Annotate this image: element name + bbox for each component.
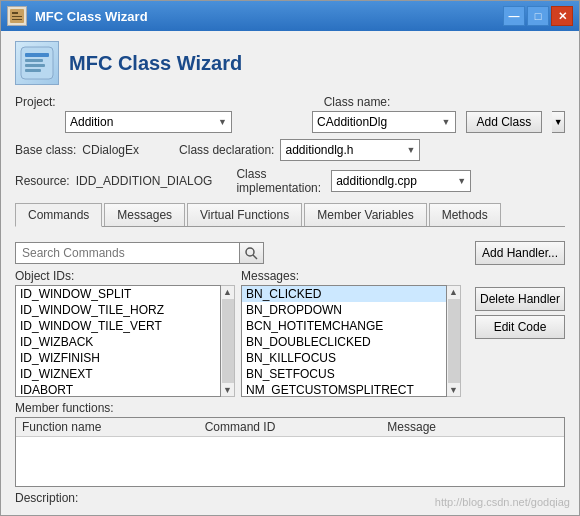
classname-group: Class name: — [324, 95, 391, 109]
class-decl-label: Class declaration: — [179, 143, 274, 157]
base-class-label: Base class: — [15, 143, 76, 157]
member-functions-section: Member functions: Function name Command … — [15, 401, 565, 487]
svg-rect-5 — [25, 53, 49, 57]
header-row: MFC Class Wizard — [15, 41, 565, 85]
wizard-icon — [15, 41, 59, 85]
classname-dropdown-arrow: ▼ — [442, 117, 451, 127]
list-item[interactable]: BCN_HOTITEMCHANGE — [242, 318, 446, 334]
window-icon — [7, 6, 27, 26]
col-message: Message — [381, 420, 564, 434]
tab-messages[interactable]: Messages — [104, 203, 185, 226]
member-functions-table[interactable]: Function name Command ID Message — [15, 417, 565, 487]
class-impl-value: additiondlg.cpp — [336, 174, 417, 188]
class-impl-group: Classimplementation: additiondlg.cpp ▼ — [236, 167, 471, 195]
project-group: Project: — [15, 95, 56, 109]
tab-methods[interactable]: Methods — [429, 203, 501, 226]
list-item[interactable]: NM_GETCUSTOMSPLITRECT — [242, 382, 446, 397]
classname-label: Class name: — [324, 95, 391, 109]
tab-commands[interactable]: Commands — [15, 203, 102, 227]
resource-label: Resource: — [15, 174, 70, 188]
project-classname-row: Project: Class name: — [15, 95, 565, 109]
svg-rect-1 — [12, 12, 18, 14]
project-dropdown[interactable]: Addition ▼ — [65, 111, 232, 133]
tabs-container: Commands Messages Virtual Functions Memb… — [15, 203, 565, 227]
list-item[interactable]: BN_KILLFOCUS — [242, 350, 446, 366]
minimize-button[interactable]: — — [503, 6, 525, 26]
class-decl-dropdown[interactable]: additiondlg.h ▼ — [280, 139, 420, 161]
svg-rect-6 — [25, 59, 43, 62]
close-button[interactable]: ✕ — [551, 6, 573, 26]
svg-line-10 — [253, 255, 257, 259]
class-decl-group: Class declaration: additiondlg.h ▼ — [179, 139, 420, 161]
list-item[interactable]: ID_WIZNEXT — [16, 366, 220, 382]
watermark: http://blog.csdn.net/godqiag — [435, 496, 570, 508]
window-controls: — □ ✕ — [503, 6, 573, 26]
class-decl-arrow: ▼ — [407, 145, 416, 155]
search-input[interactable] — [15, 242, 240, 264]
restore-button[interactable]: □ — [527, 6, 549, 26]
right-buttons: Delete Handler Edit Code — [475, 269, 565, 397]
object-ids-label: Object IDs: — [15, 269, 235, 283]
project-dropdown-arrow: ▼ — [218, 117, 227, 127]
svg-rect-2 — [12, 16, 22, 17]
tab-virtual-functions[interactable]: Virtual Functions — [187, 203, 302, 226]
search-button[interactable] — [240, 242, 264, 264]
class-impl-dropdown[interactable]: additiondlg.cpp ▼ — [331, 170, 471, 192]
messages-section: Messages: BN_CLICKED BN_DROPDOWN BCN_HOT… — [241, 269, 461, 397]
commands-area: Add Handler... Object IDs: ID_WINDOW_SPL… — [15, 233, 565, 505]
svg-rect-3 — [12, 19, 22, 20]
messages-label: Messages: — [241, 269, 461, 283]
classname-value: CAdditionDlg — [317, 115, 387, 129]
dialog-content: MFC Class Wizard Project: Class name: Pr… — [1, 31, 579, 515]
svg-rect-7 — [25, 64, 45, 67]
description-label: Description: — [15, 491, 78, 505]
project-label: Project: — [15, 95, 56, 109]
col-function-name: Function name — [16, 420, 199, 434]
window-title: MFC Class Wizard — [35, 9, 503, 24]
resource-row: Resource: IDD_ADDITION_DIALOG Classimple… — [15, 167, 565, 195]
list-item[interactable]: ID_WIZBACK — [16, 334, 220, 350]
messages-list[interactable]: BN_CLICKED BN_DROPDOWN BCN_HOTITEMCHANGE… — [241, 285, 447, 397]
object-ids-list[interactable]: ID_WINDOW_SPLIT ID_WINDOW_TILE_HORZ ID_W… — [15, 285, 221, 397]
list-item[interactable]: IDABORT — [16, 382, 220, 397]
delete-handler-button[interactable]: Delete Handler — [475, 287, 565, 311]
list-item[interactable]: BN_CLICKED — [242, 286, 446, 302]
list-item[interactable]: BN_DROPDOWN — [242, 302, 446, 318]
lists-and-buttons: Object IDs: ID_WINDOW_SPLIT ID_WINDOW_TI… — [15, 269, 565, 397]
list-item[interactable]: ID_WINDOW_TILE_VERT — [16, 318, 220, 334]
dropdowns-row: Project: Addition ▼ Class name: CAdditio… — [15, 111, 565, 133]
tab-member-variables[interactable]: Member Variables — [304, 203, 426, 226]
main-window: MFC Class Wizard — □ ✕ MFC Class Wizard — [0, 0, 580, 516]
base-class-value: CDialogEx — [82, 143, 139, 157]
project-value: Addition — [70, 115, 113, 129]
add-class-button[interactable]: Add Class — [466, 111, 543, 133]
class-impl-label: Classimplementation: — [236, 167, 321, 195]
member-functions-label: Member functions: — [15, 401, 565, 415]
labels-row: Base class: CDialogEx Class declaration:… — [15, 139, 565, 161]
edit-code-button[interactable]: Edit Code — [475, 315, 565, 339]
add-handler-button[interactable]: Add Handler... — [475, 241, 565, 265]
title-bar: MFC Class Wizard — □ ✕ — [1, 1, 579, 31]
classname-dropdown[interactable]: CAdditionDlg ▼ — [312, 111, 455, 133]
member-table-header: Function name Command ID Message — [16, 418, 564, 437]
svg-point-9 — [246, 248, 254, 256]
svg-rect-4 — [21, 47, 53, 79]
list-item[interactable]: ID_WINDOW_TILE_HORZ — [16, 302, 220, 318]
list-item[interactable]: BN_DOUBLECLICKED — [242, 334, 446, 350]
class-decl-value: additiondlg.h — [285, 143, 353, 157]
class-impl-arrow: ▼ — [457, 176, 466, 186]
list-item[interactable]: BN_SETFOCUS — [242, 366, 446, 382]
col-command-id: Command ID — [199, 420, 382, 434]
object-ids-section: Object IDs: ID_WINDOW_SPLIT ID_WINDOW_TI… — [15, 269, 235, 397]
list-item[interactable]: ID_WIZFINISH — [16, 350, 220, 366]
svg-rect-8 — [25, 69, 41, 72]
resource-group: Resource: IDD_ADDITION_DIALOG — [15, 174, 212, 188]
list-item[interactable]: ID_WINDOW_SPLIT — [16, 286, 220, 302]
resource-value: IDD_ADDITION_DIALOG — [76, 174, 213, 188]
add-class-dropdown-button[interactable]: ▼ — [552, 111, 565, 133]
search-row: Add Handler... — [15, 241, 565, 265]
base-class-group: Base class: CDialogEx — [15, 143, 139, 157]
wizard-title: MFC Class Wizard — [69, 52, 242, 75]
